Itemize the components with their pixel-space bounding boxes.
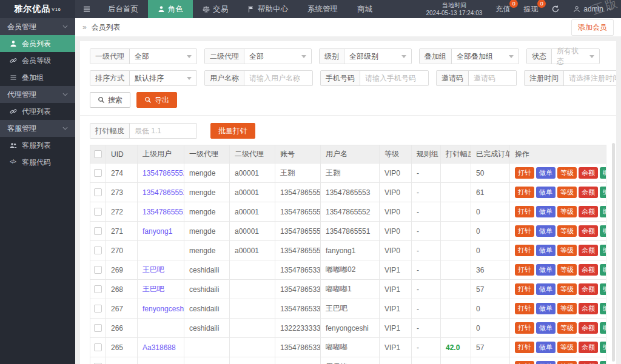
action-order-button[interactable]: 做单 <box>536 245 556 256</box>
action-level-button[interactable]: 等级 <box>557 342 577 353</box>
register-time-input[interactable] <box>564 71 616 85</box>
tab-system[interactable]: 系统管理 <box>298 0 347 18</box>
action-level-button[interactable]: 等级 <box>557 167 577 179</box>
action-level-button[interactable]: 等级 <box>557 187 577 198</box>
tab-dashboard[interactable]: 后台首页 <box>98 0 148 18</box>
action-balance-button[interactable]: 余额 <box>579 264 598 276</box>
action-order-button[interactable]: 做单 <box>536 167 556 179</box>
row-checkbox[interactable] <box>94 227 102 235</box>
action-balance-button[interactable]: 余额 <box>579 187 598 198</box>
action-balance-button[interactable]: 余额 <box>579 206 598 217</box>
action-order-button[interactable]: 做单 <box>536 322 556 334</box>
action-inject-button[interactable]: 打针 <box>515 342 534 353</box>
action-order-button[interactable]: 做单 <box>536 206 556 217</box>
action-edit-button[interactable]: 编辑 <box>600 225 606 237</box>
row-checkbox[interactable] <box>94 324 102 332</box>
sidebar-group-agent-management[interactable]: 代理管理 <box>0 86 75 103</box>
action-edit-button[interactable]: 编辑 <box>600 322 606 334</box>
action-inject-button[interactable]: 打针 <box>515 283 534 295</box>
row-checkbox[interactable] <box>94 305 102 313</box>
row-checkbox[interactable] <box>94 266 102 274</box>
export-button[interactable]: 导出 <box>136 92 177 108</box>
invite-code-input[interactable] <box>469 71 516 85</box>
action-level-button[interactable]: 等级 <box>557 245 577 256</box>
parent-user-link[interactable]: 王巴吧 <box>143 285 164 293</box>
action-inject-button[interactable]: 打针 <box>515 225 534 237</box>
parent-user-link[interactable]: 13547865552 <box>143 188 184 197</box>
agent1-select[interactable]: 全部 <box>130 49 196 64</box>
sidebar-group-support-management[interactable]: 客服管理 <box>0 120 75 137</box>
action-edit-button[interactable]: 编辑 <box>600 245 606 256</box>
action-balance-button[interactable]: 余额 <box>579 283 598 295</box>
sidebar-item-stack-group[interactable]: 叠加组 <box>0 69 75 86</box>
parent-user-link[interactable]: 13547865552 <box>143 169 184 177</box>
action-balance-button[interactable]: 余额 <box>579 245 598 256</box>
withdraw-button[interactable]: 提现 0 <box>523 4 538 15</box>
row-checkbox[interactable] <box>94 343 102 351</box>
action-order-button[interactable]: 做单 <box>536 361 556 364</box>
row-checkbox[interactable] <box>94 285 102 293</box>
action-edit-button[interactable]: 编辑 <box>600 303 606 314</box>
stack-group-select[interactable]: 全部叠加组 <box>452 49 519 64</box>
recharge-button[interactable]: 充值 0 <box>495 4 510 15</box>
action-inject-button[interactable]: 打针 <box>515 361 534 364</box>
username-input[interactable] <box>244 71 312 85</box>
scrollbar[interactable] <box>612 143 615 362</box>
action-level-button[interactable]: 等级 <box>557 303 577 314</box>
action-level-button[interactable]: 等级 <box>557 283 577 295</box>
search-button[interactable]: 搜索 <box>90 92 130 108</box>
row-checkbox[interactable] <box>94 188 102 196</box>
add-member-button[interactable]: 添加会员 <box>571 19 614 36</box>
refresh-icon[interactable] <box>551 5 560 13</box>
action-inject-button[interactable]: 打针 <box>515 245 534 256</box>
action-order-button[interactable]: 做单 <box>536 342 556 353</box>
action-level-button[interactable]: 等级 <box>557 264 577 276</box>
action-balance-button[interactable]: 余额 <box>579 361 598 364</box>
action-edit-button[interactable]: 编辑 <box>600 342 606 353</box>
sidebar-item-support-code[interactable]: </> 客服代码 <box>0 154 75 171</box>
phone-input[interactable] <box>360 71 428 85</box>
action-edit-button[interactable]: 编辑 <box>600 264 606 276</box>
level-select[interactable]: 全部级别 <box>344 49 411 64</box>
status-select[interactable]: 所有状态 <box>552 49 599 64</box>
sidebar-item-member-list[interactable]: 会员列表 <box>0 35 75 52</box>
sidebar-item-support-list[interactable]: 客服列表 <box>0 137 75 154</box>
action-edit-button[interactable]: 编辑 <box>600 187 606 198</box>
action-level-button[interactable]: 等级 <box>557 225 577 237</box>
action-level-button[interactable]: 等级 <box>557 322 577 334</box>
amplitude-input[interactable] <box>130 124 196 138</box>
action-edit-button[interactable]: 编辑 <box>600 206 606 217</box>
tab-trade[interactable]: 交易 <box>193 0 238 18</box>
action-level-button[interactable]: 等级 <box>557 361 577 364</box>
sidebar-group-member-management[interactable]: 会员管理 <box>0 18 75 35</box>
action-balance-button[interactable]: 余额 <box>579 342 598 353</box>
action-inject-button[interactable]: 打针 <box>515 264 534 276</box>
user-menu[interactable]: admin <box>573 5 611 13</box>
parent-user-link[interactable]: 王巴吧 <box>143 265 164 274</box>
parent-user-link[interactable]: Aa318688 <box>143 343 176 352</box>
tab-mall[interactable]: 商城 <box>347 0 382 18</box>
action-inject-button[interactable]: 打针 <box>515 322 534 334</box>
action-balance-button[interactable]: 余额 <box>579 225 598 237</box>
select-all-checkbox[interactable] <box>94 150 102 158</box>
parent-user-link[interactable]: 13547865551 <box>143 208 184 216</box>
action-order-button[interactable]: 做单 <box>536 283 556 295</box>
sort-select[interactable]: 默认排序 <box>130 71 196 85</box>
action-balance-button[interactable]: 余额 <box>579 303 598 314</box>
row-checkbox[interactable] <box>94 247 102 254</box>
sidebar-item-member-level[interactable]: 会员等级 <box>0 52 75 69</box>
parent-user-link[interactable]: fanyong1 <box>143 227 172 236</box>
row-checkbox[interactable] <box>94 169 102 177</box>
row-checkbox[interactable] <box>94 208 102 216</box>
action-balance-button[interactable]: 余额 <box>579 167 598 179</box>
action-edit-button[interactable]: 编辑 <box>600 167 606 179</box>
action-edit-button[interactable]: 编辑 <box>600 283 606 295</box>
action-inject-button[interactable]: 打针 <box>515 206 534 217</box>
action-order-button[interactable]: 做单 <box>536 303 556 314</box>
action-inject-button[interactable]: 打针 <box>515 187 534 198</box>
tab-help-center[interactable]: 帮助中心 <box>238 0 298 18</box>
hamburger-icon[interactable] <box>75 0 98 18</box>
action-order-button[interactable]: 做单 <box>536 187 556 198</box>
action-balance-button[interactable]: 余额 <box>579 322 598 334</box>
action-inject-button[interactable]: 打针 <box>515 167 534 179</box>
